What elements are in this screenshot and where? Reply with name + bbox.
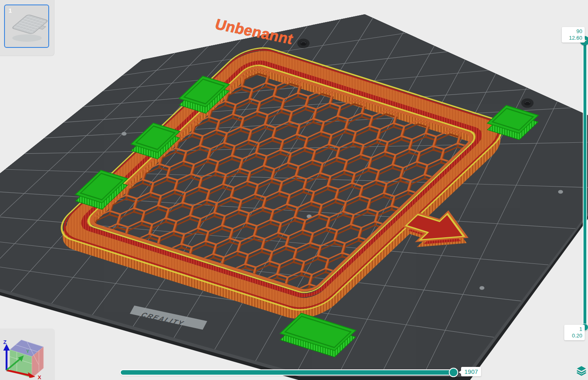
axis-y-label: Y [26,349,29,354]
view-cube-panel: Z X Y [0,328,55,380]
layer-height-mm: 12.60 [564,35,582,41]
step-slider-track[interactable] [121,370,454,375]
layer-slider-track[interactable] [583,42,586,328]
layer-number: 90 [564,28,582,35]
layer-slider-bottom-label: 1 0.20 [564,325,585,340]
layers-icon[interactable] [576,365,587,376]
axis-x-label: X [38,374,41,380]
layer-slider-top-label: 90 12.60 [562,27,585,43]
plate-number-badge: 1 [9,7,12,14]
viewport-3d[interactable]: CREALITY Unbenannt 1 Z X Y + 90 12.60 [0,0,588,380]
step-slider-handle[interactable] [449,368,458,377]
step-slider-value-label: 1907 [461,367,481,376]
layer-number: 1 [567,326,582,333]
plate-list-panel: 1 [0,0,54,56]
axis-z-label: Z [3,339,7,345]
plate-thumbnail[interactable]: 1 [4,4,49,48]
gcode-preview-scene[interactable]: CREALITY Unbenannt [0,0,588,380]
layer-height-mm: 0.20 [567,333,582,339]
view-cube[interactable]: Z X Y [0,328,55,380]
